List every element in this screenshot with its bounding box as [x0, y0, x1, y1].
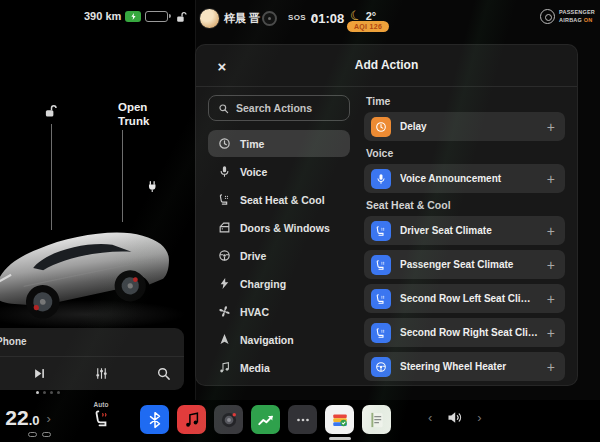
search-actions-box[interactable] — [208, 95, 350, 121]
sentry-button[interactable] — [262, 11, 277, 26]
search-icon — [156, 366, 171, 381]
seat-icon — [371, 221, 391, 241]
action-row-delay[interactable]: Delay+ — [364, 112, 565, 141]
action-label: Passenger Seat Climate — [400, 259, 538, 270]
music-note-icon — [177, 405, 206, 434]
aqi-badge[interactable]: AQI 126 — [347, 21, 389, 32]
speaker-icon — [446, 409, 463, 426]
sidebar-item-drive[interactable]: Drive — [208, 242, 350, 269]
sidebar-item-charging[interactable]: Charging — [208, 270, 350, 297]
door-lock-control[interactable] — [44, 104, 59, 123]
volume-down-icon[interactable]: ‹ — [428, 410, 432, 425]
bolt-icon — [217, 277, 231, 291]
seat-icon — [371, 323, 391, 343]
action-label: Driver Seat Climate — [400, 225, 538, 236]
charge-plug-icon — [146, 180, 159, 193]
rear-defrost-icon — [42, 432, 51, 437]
action-row-steering-wheel-heater[interactable]: Steering Wheel Heater+ — [364, 352, 565, 381]
bluetooth-icon — [140, 405, 169, 434]
wallet-icon — [325, 405, 354, 434]
action-row-second-row-left-seat-climate[interactable]: Second Row Left Seat Climate+ — [364, 284, 565, 313]
sidebar-item-hvac[interactable]: HVAC — [208, 298, 350, 325]
sidebar-item-label: Doors & Windows — [240, 222, 330, 234]
volume-up-icon[interactable]: › — [477, 410, 481, 425]
sidebar-item-label: HVAC — [240, 306, 269, 318]
plus-icon[interactable]: + — [547, 291, 555, 307]
action-row-driver-seat-climate[interactable]: Driver Seat Climate+ — [364, 216, 565, 245]
dock-app-more-apps[interactable] — [287, 405, 318, 441]
bottom-dock: ‹ 22.0 › Auto ‹ › — [0, 400, 600, 442]
charge-port-button[interactable] — [146, 179, 159, 197]
action-row-second-row-right-seat-climate[interactable]: Second Row Right Seat Climate+ — [364, 318, 565, 347]
cabin-temp-control[interactable]: ‹ 22.0 › — [0, 406, 51, 430]
media-search-button[interactable] — [150, 360, 176, 386]
media-widget[interactable]: Phone — [0, 328, 184, 390]
airbag-label-line1: PASSENGER — [559, 9, 595, 15]
sidebar-item-doors-windows[interactable]: Doors & Windows — [208, 214, 350, 241]
section-title-voice: Voice — [366, 147, 565, 159]
front-defrost-icon — [28, 432, 37, 437]
sidebar-item-media[interactable]: Media — [208, 354, 350, 381]
section-title-time: Time — [366, 95, 565, 107]
widget-page-dots[interactable] — [36, 391, 60, 394]
dock-app-bluetooth[interactable] — [139, 405, 170, 441]
sidebar-item-navigation[interactable]: Navigation — [208, 326, 350, 353]
status-bar: 390 km 梓晨 晋 SOS 01:08 ☾ 2° AQI 126 — [0, 0, 600, 40]
dock-app-notes[interactable] — [361, 405, 392, 441]
sidebar-item-time[interactable]: Time — [208, 130, 350, 157]
action-label: Delay — [400, 121, 538, 132]
car-status-panel: Open Trunk — [0, 40, 195, 330]
open-trunk-button[interactable]: Open Trunk — [118, 100, 174, 129]
sidebar-item-label: Time — [240, 138, 264, 150]
lock-button[interactable] — [175, 11, 188, 24]
seat-icon — [217, 193, 231, 207]
plus-icon[interactable]: + — [547, 257, 555, 273]
unlock-icon — [175, 11, 188, 24]
avatar — [199, 8, 220, 29]
dialog-title: Add Action — [196, 58, 577, 72]
media-source-title: Phone — [0, 336, 27, 347]
seat-icon — [371, 289, 391, 309]
plus-icon[interactable]: + — [547, 359, 555, 375]
seat-heater-button[interactable]: Auto — [86, 401, 116, 432]
battery-range: 390 km — [84, 10, 121, 22]
driver-profile[interactable]: 梓晨 晋 — [199, 8, 260, 29]
equalizer-button[interactable] — [88, 360, 114, 386]
sidebar-item-label: Charging — [240, 278, 286, 290]
sidebar-item-label: Navigation — [240, 334, 294, 346]
sidebar-item-label: Media — [240, 362, 270, 374]
plus-icon[interactable]: + — [547, 325, 555, 341]
dock-app-wallet[interactable] — [324, 405, 355, 441]
temp-up-icon[interactable]: › — [47, 411, 51, 426]
equalizer-icon — [94, 366, 109, 381]
dock-app-stocks[interactable] — [250, 405, 281, 441]
mic-icon — [217, 165, 231, 179]
section-title-seat-heat-cool: Seat Heat & Cool — [366, 199, 565, 211]
cabin-temperature[interactable]: 22 — [5, 406, 28, 429]
dialog-header: × Add Action — [196, 45, 577, 87]
action-label: Second Row Left Seat Climate — [400, 293, 538, 304]
camera-icon — [214, 405, 243, 434]
search-actions-input[interactable] — [236, 102, 340, 114]
airbag-indicator: PASSENGER AIRBAG ON — [540, 9, 595, 24]
clock-icon — [371, 117, 391, 137]
music-note-icon — [217, 361, 231, 375]
action-row-passenger-seat-climate[interactable]: Passenger Seat Climate+ — [364, 250, 565, 279]
plus-icon[interactable]: + — [547, 119, 555, 135]
steering-wheel-icon — [217, 249, 231, 263]
sidebar-item-voice[interactable]: Voice — [208, 158, 350, 185]
clock: 01:08 — [311, 11, 344, 26]
fan-icon — [217, 305, 231, 319]
unlock-icon — [44, 104, 59, 119]
volume-control[interactable]: ‹ › — [428, 409, 482, 426]
next-track-button[interactable] — [26, 360, 52, 386]
plus-icon[interactable]: + — [547, 171, 555, 187]
action-row-voice-announcement[interactable]: Voice Announcement+ — [364, 164, 565, 193]
sidebar-item-seat-heat-cool[interactable]: Seat Heat & Cool — [208, 186, 350, 213]
dock-app-music[interactable] — [176, 405, 207, 441]
dock-app-dashcam[interactable] — [213, 405, 244, 441]
ellipsis-icon — [288, 405, 317, 434]
plus-icon[interactable]: + — [547, 223, 555, 239]
sidebar-item-label: Voice — [240, 166, 267, 178]
sidebar-item-label: Seat Heat & Cool — [240, 194, 325, 206]
